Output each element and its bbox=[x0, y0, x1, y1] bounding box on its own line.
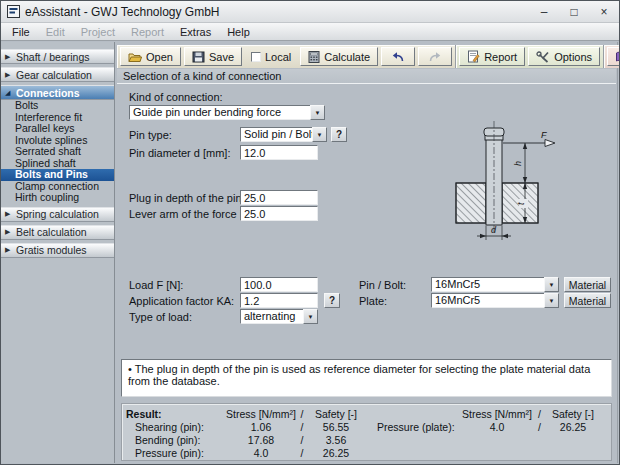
load-input[interactable] bbox=[240, 277, 318, 292]
plate-material-value: 16MnCr5 bbox=[431, 293, 544, 308]
plate-material-button[interactable]: Material bbox=[564, 293, 611, 308]
report-button[interactable]: Report bbox=[459, 47, 525, 66]
maximize-icon: □ bbox=[570, 5, 577, 19]
calculate-button[interactable]: Calculate bbox=[300, 47, 378, 66]
chevron-down-icon[interactable]: ▼ bbox=[544, 277, 559, 292]
undo-button[interactable] bbox=[381, 47, 415, 66]
result-stress-value: 4.0 bbox=[462, 420, 532, 433]
stress-header: Stress [N/mm²] bbox=[226, 407, 296, 420]
table-row: Bending (pin): 17.68 / 3.56 bbox=[126, 433, 364, 446]
plate-material-select[interactable]: 16MnCr5 ▼ bbox=[431, 293, 559, 308]
sidebar-item-hirth-coupling[interactable]: Hirth coupling bbox=[1, 192, 114, 204]
menu-extras[interactable]: Extras bbox=[172, 26, 219, 38]
pin-type-value: Solid pin / Bolt bbox=[240, 127, 312, 142]
application-factor-input[interactable] bbox=[240, 293, 318, 308]
close-button[interactable]: × bbox=[589, 1, 619, 22]
type-of-load-label: Type of load: bbox=[129, 311, 192, 323]
results-panel: Result: Stress [N/mm²] / Safety [-] Shea… bbox=[121, 403, 612, 461]
sidebar-item-bolts[interactable]: Bolts bbox=[1, 100, 114, 112]
options-label: Options bbox=[554, 51, 592, 63]
pin-type-select[interactable]: Solid pin / Bolt ▼ bbox=[240, 127, 327, 142]
folder-icon bbox=[128, 51, 142, 63]
type-of-load-select[interactable]: alternating ▼ bbox=[240, 309, 318, 324]
expanded-arrow-icon: ◢ bbox=[5, 89, 12, 97]
sidebar-section-label: Gratis modules bbox=[16, 244, 87, 256]
sidebar-section-label: Shaft / bearings bbox=[16, 51, 90, 63]
kind-of-connection-value: Guide pin under bending force bbox=[129, 105, 310, 120]
menu-file[interactable]: File bbox=[4, 26, 38, 38]
lever-arm-dimension: h bbox=[513, 143, 527, 183]
diameter-dim-label: d bbox=[491, 225, 497, 235]
slash-separator: / bbox=[532, 420, 547, 433]
sidebar-section-gear-calculation[interactable]: ▶ Gear calculation bbox=[1, 67, 114, 82]
minimize-button[interactable]: – bbox=[529, 1, 559, 22]
book-icon bbox=[615, 51, 620, 63]
result-row-label: Shearing (pin): bbox=[126, 420, 226, 433]
content-header: Selection of a kind of connection bbox=[117, 69, 616, 84]
sidebar-item-serrated-shaft[interactable]: Serrated shaft bbox=[1, 146, 114, 158]
local-label: Local bbox=[265, 51, 291, 63]
sidebar-section-spring-calculation[interactable]: ▶ Spring calculation bbox=[1, 207, 114, 222]
redo-arrow-icon bbox=[428, 51, 442, 62]
result-safety-value: 3.56 bbox=[308, 433, 364, 446]
pin-diameter-label: Pin diameter d [mm]: bbox=[129, 147, 230, 159]
sidebar-section-shaft-bearings[interactable]: ▶ Shaft / bearings bbox=[1, 49, 114, 64]
pin-type-label: Pin type: bbox=[129, 129, 172, 141]
sidebar-item-bolts-and-pins[interactable]: Bolts and Pins bbox=[1, 169, 114, 181]
safety-header: Safety [-] bbox=[547, 407, 599, 420]
open-label: Open bbox=[146, 51, 173, 63]
menu-help[interactable]: Help bbox=[219, 26, 258, 38]
sidebar-section-belt-calculation[interactable]: ▶ Belt calculation bbox=[1, 225, 114, 240]
form-area: Kind of connection: Guide pin under bend… bbox=[116, 85, 617, 463]
calculator-icon bbox=[308, 51, 320, 63]
pin-diameter-input[interactable] bbox=[240, 145, 318, 160]
maximize-button[interactable]: □ bbox=[559, 1, 589, 22]
sidebar-section-label: Connections bbox=[16, 87, 80, 99]
chevron-down-icon[interactable]: ▼ bbox=[312, 127, 327, 142]
lever-arm-input[interactable] bbox=[240, 206, 318, 221]
save-button[interactable]: Save bbox=[184, 47, 242, 66]
collapsed-arrow-icon: ▶ bbox=[5, 210, 12, 218]
pin-bolt-material-select[interactable]: 16MnCr5 ▼ bbox=[431, 277, 559, 292]
chevron-down-icon[interactable]: ▼ bbox=[310, 105, 325, 120]
result-stress-value: 17.68 bbox=[226, 433, 296, 446]
result-safety-value: 56.55 bbox=[308, 420, 364, 433]
redo-button bbox=[418, 47, 452, 66]
open-button[interactable]: Open bbox=[120, 47, 181, 66]
stress-header: Stress [N/mm²] bbox=[462, 407, 532, 420]
type-of-load-value: alternating bbox=[240, 309, 303, 324]
collapsed-arrow-icon: ▶ bbox=[5, 228, 12, 236]
result-row-label: Pressure (pin): bbox=[126, 446, 226, 459]
result-row-label: Pressure (plate): bbox=[377, 420, 462, 433]
sidebar: ▶ Shaft / bearings ▶ Gear calculation ◢ … bbox=[1, 42, 115, 463]
window-title: eAssistant - GWJ Technology GmbH bbox=[25, 5, 220, 19]
slash-separator: / bbox=[296, 446, 308, 459]
plug-depth-input[interactable] bbox=[240, 190, 318, 205]
slash-separator: / bbox=[296, 420, 308, 433]
help-button[interactable]: Help bbox=[607, 47, 620, 66]
local-checkbox[interactable] bbox=[251, 52, 261, 62]
minimize-icon: – bbox=[541, 5, 548, 19]
chevron-down-icon[interactable]: ▼ bbox=[544, 293, 559, 308]
pin-type-help-button[interactable]: ? bbox=[331, 127, 347, 142]
undo-arrow-icon bbox=[391, 51, 405, 62]
application-factor-label: Application factor KA: bbox=[129, 295, 234, 307]
pin-bolt-material-label: Pin / Bolt: bbox=[359, 279, 406, 291]
app-window: eAssistant - GWJ Technology GmbH – □ × F… bbox=[0, 0, 620, 465]
plate-material-label: Plate: bbox=[359, 295, 387, 307]
results-title: Result: bbox=[126, 407, 226, 420]
sidebar-section-gratis-modules[interactable]: ▶ Gratis modules bbox=[1, 243, 114, 258]
load-label: Load F [N]: bbox=[129, 279, 183, 291]
menu-report: Report bbox=[123, 26, 172, 38]
kind-of-connection-select[interactable]: Guide pin under bending force ▼ bbox=[129, 105, 325, 120]
collapsed-arrow-icon: ▶ bbox=[5, 246, 12, 254]
force-arrow: F bbox=[503, 130, 555, 147]
chevron-down-icon[interactable]: ▼ bbox=[303, 309, 318, 324]
application-factor-help-button[interactable]: ? bbox=[324, 293, 340, 308]
options-button[interactable]: Options bbox=[528, 47, 600, 66]
pin-bolt-material-button[interactable]: Material bbox=[564, 277, 611, 292]
sidebar-section-connections[interactable]: ◢ Connections bbox=[1, 85, 114, 100]
pin-diagram: F h t bbox=[441, 93, 611, 253]
main-panel: Open Save Local bbox=[116, 42, 618, 463]
sidebar-item-parallel-keys[interactable]: Parallel keys bbox=[1, 123, 114, 135]
